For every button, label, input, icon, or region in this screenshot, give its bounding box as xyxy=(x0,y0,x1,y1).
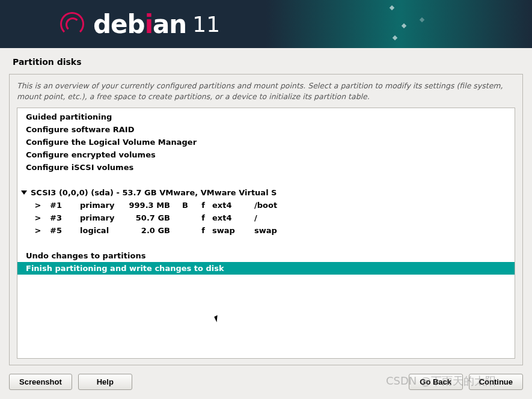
partition-size: 999.3 MB xyxy=(128,201,176,210)
help-button[interactable]: Help xyxy=(78,374,132,390)
go-back-button[interactable]: Go Back xyxy=(409,374,463,390)
menu-guided[interactable]: Guided partitioning xyxy=(17,111,515,123)
debian-logo-text: debian xyxy=(93,10,186,39)
partition-fs: ext4 xyxy=(212,213,254,222)
logo-part-b: i xyxy=(145,10,153,39)
menu-encrypted[interactable]: Configure encrypted volumes xyxy=(17,148,515,161)
partition-size: 2.0 GB xyxy=(128,226,176,235)
deco-dot-icon xyxy=(420,17,424,22)
main-panel: This is an overview of your currently co… xyxy=(9,74,523,365)
partition-arrow: > xyxy=(26,213,50,222)
content-area: Partition disks This is an overview of y… xyxy=(0,48,532,399)
partition-fs: ext4 xyxy=(212,201,254,210)
menu-iscsi[interactable]: Configure iSCSI volumes xyxy=(17,161,515,174)
partition-type: primary xyxy=(80,213,128,222)
intro-text: This is an overview of your currently co… xyxy=(17,81,515,102)
page-title: Partition disks xyxy=(9,57,523,67)
disk-label: SCSI3 (0,0,0) (sda) - 53.7 GB VMware, VM… xyxy=(31,188,277,197)
partition-row[interactable]: > #1 primary 999.3 MB B f ext4 /boot xyxy=(17,199,515,212)
partition-size: 50.7 GB xyxy=(128,213,176,222)
partition-mount: swap xyxy=(254,226,296,235)
button-group-right: Go Back Continue xyxy=(409,374,523,390)
partition-fmt: f xyxy=(194,201,212,210)
menu-raid[interactable]: Configure software RAID xyxy=(17,123,515,136)
blank-row xyxy=(17,174,515,186)
partition-row[interactable]: > #3 primary 50.7 GB f ext4 / xyxy=(17,212,515,224)
button-bar: Screenshot Help Go Back Continue xyxy=(9,374,523,390)
partition-num: #1 xyxy=(50,201,80,210)
undo-changes[interactable]: Undo changes to partitions xyxy=(17,249,515,262)
partition-arrow: > xyxy=(26,201,50,210)
continue-button[interactable]: Continue xyxy=(469,374,523,390)
button-group-left: Screenshot Help xyxy=(9,374,132,390)
partition-fs: swap xyxy=(212,226,254,235)
logo-part-c: an xyxy=(153,10,186,39)
partition-listbox[interactable]: Guided partitioning Configure software R… xyxy=(17,108,515,359)
logo-part-a: deb xyxy=(93,10,145,39)
partition-mount: / xyxy=(254,213,296,222)
partition-fmt: f xyxy=(194,226,212,235)
disk-row[interactable]: SCSI3 (0,0,0) (sda) - 53.7 GB VMware, VM… xyxy=(17,186,515,199)
deco-dot-icon xyxy=(393,35,397,40)
finish-partitioning[interactable]: Finish partitioning and write changes to… xyxy=(17,262,515,275)
deco-dot-icon xyxy=(390,5,394,10)
partition-fmt: f xyxy=(194,213,212,222)
partition-num: #5 xyxy=(50,226,80,235)
partition-flag xyxy=(176,213,194,222)
partition-flag: B xyxy=(176,201,194,210)
blank-row xyxy=(17,237,515,249)
partition-arrow: > xyxy=(26,226,50,235)
debian-version: 11 xyxy=(192,12,220,37)
partition-row[interactable]: > #5 logical 2.0 GB f swap swap xyxy=(17,224,515,237)
screenshot-button[interactable]: Screenshot xyxy=(9,374,72,390)
partition-mount: /boot xyxy=(254,201,296,210)
partition-type: primary xyxy=(80,201,128,210)
deco-dot-icon xyxy=(402,23,406,28)
debian-swirl-icon xyxy=(60,12,84,36)
partition-type: logical xyxy=(80,226,128,235)
menu-lvm[interactable]: Configure the Logical Volume Manager xyxy=(17,136,515,148)
installer-header: debian 11 xyxy=(0,0,532,48)
partition-flag xyxy=(176,226,194,235)
chevron-down-icon xyxy=(21,190,27,195)
partition-num: #3 xyxy=(50,213,80,222)
